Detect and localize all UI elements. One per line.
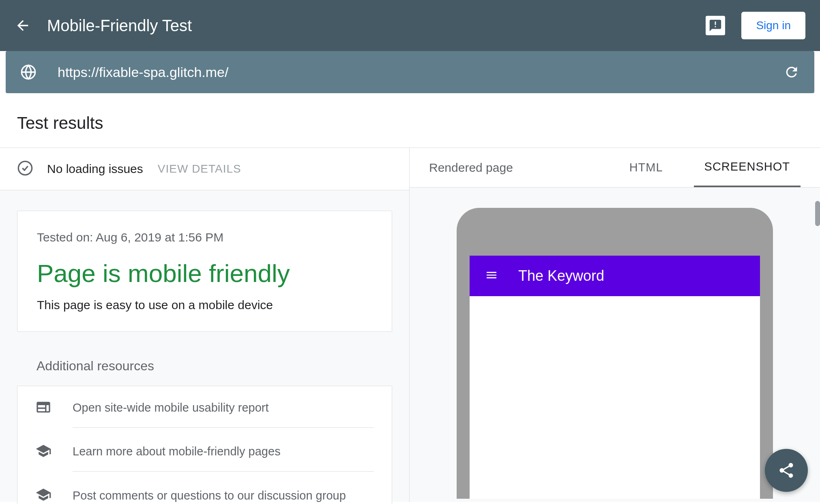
resources-list: Open site-wide mobile usability report L…	[17, 386, 392, 504]
preview-app-title: The Keyword	[518, 267, 604, 284]
signin-button[interactable]: Sign in	[741, 12, 805, 39]
loading-status-row: No loading issues VIEW DETAILS	[0, 148, 409, 190]
verdict-subtext: This page is easy to use on a mobile dev…	[37, 298, 372, 312]
loading-status-text: No loading issues	[47, 162, 143, 176]
results-header: Test results	[0, 99, 820, 148]
app-title: Mobile-Friendly Test	[47, 17, 706, 35]
resource-item-discussion[interactable]: Post comments or questions to our discus…	[17, 474, 392, 504]
resource-label: Learn more about mobile-friendly pages	[73, 445, 374, 472]
resources-heading: Additional resources	[36, 359, 392, 374]
results-section-title: Test results	[17, 113, 803, 133]
tab-html[interactable]: HTML	[619, 161, 674, 186]
school-icon	[35, 487, 52, 504]
left-panel: No loading issues VIEW DETAILS Tested on…	[0, 148, 410, 502]
phone-screen: The Keyword	[470, 256, 760, 499]
app-header: Mobile-Friendly Test Sign in	[0, 0, 820, 51]
result-card: Tested on: Aug 6, 2019 at 1:56 PM Page i…	[17, 211, 392, 332]
back-arrow-icon[interactable]	[15, 17, 31, 34]
url-bar[interactable]: https://fixable-spa.glitch.me/	[6, 51, 814, 93]
resource-item-learn-more[interactable]: Learn more about mobile-friendly pages	[17, 430, 392, 474]
resource-label: Post comments or questions to our discus…	[73, 489, 374, 504]
web-icon	[35, 399, 52, 417]
tab-screenshot[interactable]: SCREENSHOT	[694, 160, 801, 187]
right-header: Rendered page HTML SCREENSHOT	[410, 148, 820, 188]
scrollbar-thumb[interactable]	[815, 201, 820, 226]
check-circle-icon	[17, 160, 33, 178]
resource-item-usability-report[interactable]: Open site-wide mobile usability report	[17, 386, 392, 430]
view-details-button[interactable]: VIEW DETAILS	[158, 162, 241, 175]
resource-label: Open site-wide mobile usability report	[73, 401, 374, 428]
rendered-page-label: Rendered page	[429, 161, 619, 175]
share-fab[interactable]	[765, 449, 808, 492]
phone-preview: The Keyword	[410, 188, 820, 499]
svg-point-2	[18, 161, 32, 175]
content-area: No loading issues VIEW DETAILS Tested on…	[0, 148, 820, 502]
verdict-heading: Page is mobile friendly	[37, 259, 372, 288]
globe-icon	[20, 64, 36, 80]
feedback-button[interactable]	[706, 16, 725, 35]
menu-icon	[485, 269, 498, 283]
phone-frame: The Keyword	[457, 208, 773, 499]
school-icon	[35, 443, 52, 461]
right-panel: Rendered page HTML SCREENSHOT The Keywor…	[410, 148, 820, 502]
preview-app-header: The Keyword	[470, 256, 760, 296]
tested-on-text: Tested on: Aug 6, 2019 at 1:56 PM	[37, 231, 372, 244]
share-icon	[777, 461, 795, 479]
announcement-icon	[708, 19, 722, 32]
refresh-icon[interactable]	[784, 64, 800, 80]
url-input[interactable]: https://fixable-spa.glitch.me/	[58, 64, 784, 80]
